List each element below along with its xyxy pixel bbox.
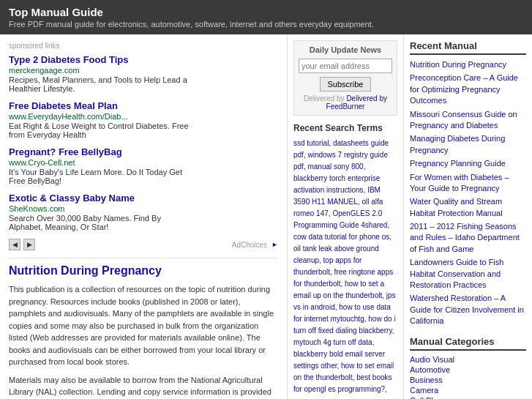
recent-manual-link[interactable]: Preconception Care – A Guide for Optimiz… [410,72,526,106]
ad-navigation: ◀ ▶ AdChoices ► [9,239,278,250]
search-term-link[interactable]: mytouch 4g turn off data [293,338,372,346]
article-1-body2: Materials may also be available to borro… [9,374,278,400]
manual-categories-section: Manual Categories Audio VisualAutomotive… [410,336,526,399]
recent-manual-section: Recent Manual Nutrition During Pregnancy… [410,40,526,327]
recent-manual-link[interactable]: Nutrition During Pregnancy [410,59,526,70]
site-header: Top Manual Guide Free PDF manual guide f… [0,0,532,34]
categories-list: Audio VisualAutomotiveBusinessCameraCell… [410,355,526,399]
category-link[interactable]: Camera [410,386,526,395]
category-link[interactable]: Automotive [410,365,526,374]
ad-1-title[interactable]: Type 2 Diabetes Food Tips [9,54,278,65]
ad-3-title[interactable]: Pregnant? Free BellyBag [9,146,278,157]
article-1-body1: This publication is a collection of reso… [9,283,278,368]
category-link[interactable]: Business [410,376,526,384]
ad-prev-button[interactable]: ◀ [9,239,20,250]
ad-4-desc1: Search Over 30,000 Baby Names. Find By [9,214,278,223]
ad-block-4: Exotic & Classy Baby Name SheKnows.com S… [9,193,278,231]
ad-1-desc1: Recipes, Meal Planners, and Tools to Hel… [9,75,278,84]
ad-block-1: Type 2 Diabetes Food Tips merckengaage.c… [9,54,278,93]
ad-1-url: merckengaage.com [9,66,80,75]
ad-block-3: Pregnant? Free BellyBag www.Cryo-Cell.ne… [9,146,278,185]
recent-manual-link[interactable]: Water Quality and Stream Habitat Protect… [410,196,526,219]
email-input[interactable] [299,59,392,73]
right-sidebar: Recent Manual Nutrition During Pregnancy… [404,34,532,399]
ad-2-url: www.EverydayHealth.com/Diab... [9,112,128,121]
newsletter-box: Daily Update News Subscribe Delivered by… [293,40,397,116]
subscribe-button[interactable]: Subscribe [320,77,372,92]
ad-2-desc2: from Everyday Health [9,130,278,139]
manual-categories-title: Manual Categories [410,336,526,351]
ad-4-url: SheKnows.com [9,204,64,213]
recent-manual-link[interactable]: 2011 – 2012 Fishing Seasons and Rules – … [410,221,526,255]
search-term-link[interactable]: manual sony 800 [307,163,363,171]
article-1-title: Nutrition During Pregnancy [9,264,278,277]
recent-search-section: Recent Search Terms ssd tutorial, datash… [293,123,397,395]
ad-next-button[interactable]: ▶ [23,239,35,250]
delivered-by: Delivered by Delivered by FeedBurner [299,94,392,111]
recent-manual-link[interactable]: Watershed Restoration – A Guide for Citi… [410,293,526,327]
search-terms-list: ssd tutorial, datasheets guide pdf, wind… [293,138,397,395]
recent-manual-link[interactable]: Landowners Guide to Fish Habitat Conserv… [410,257,526,291]
recent-manual-title: Recent Manual [410,40,526,55]
sponsored-label: sponsored links [9,42,278,50]
newsletter-title: Daily Update News [299,45,392,54]
category-link[interactable]: Audio Visual [410,355,526,364]
site-title: Top Manual Guide [9,6,523,18]
main-content: sponsored links Type 2 Diabetes Food Tip… [0,34,287,399]
recent-manuals-list: Nutrition During PregnancyPreconception … [410,59,526,327]
ad-4-desc2: Alphabet, Meaning, Or Star! [9,223,278,231]
article-nutrition: Nutrition During Pregnancy This publicat… [9,258,278,399]
search-term-link[interactable]: cow data tutorial for phone os [293,233,389,241]
recent-manual-link[interactable]: Missouri Consensus Guide on Pregnancy an… [410,109,526,132]
search-term-link[interactable]: ssd tutorial [293,139,329,147]
category-link[interactable]: Cell Phone [410,396,526,399]
ad-3-desc2: Free BellyBag! [9,176,278,185]
ad-3-url: www.Cryo-Cell.net [9,158,75,167]
ad-4-title[interactable]: Exotic & Classy Baby Name [9,193,278,204]
recent-manual-link[interactable]: For Women with Diabetes – Your Guide to … [410,172,526,195]
recent-manual-link[interactable]: Managing Diabetes During Pregnancy [410,133,526,156]
ad-2-desc1: Eat Right & Lose Weight to Control Diabe… [9,122,278,130]
adchoices-icon: ► [271,241,278,248]
recent-search-title: Recent Search Terms [293,123,397,133]
center-column: Daily Update News Subscribe Delivered by… [287,34,404,399]
ad-2-title[interactable]: Free Diabetes Meal Plan [9,100,278,111]
ad-block-2: Free Diabetes Meal Plan www.EverydayHeal… [9,100,278,139]
ad-3-desc1: It's Your Baby's Life Learn More. Do It … [9,168,278,176]
ad-1-desc2: Healthier Lifestyle. [9,84,278,93]
adchoices-label: AdChoices [232,241,267,249]
site-subtitle: Free PDF manual guide for electronics, a… [9,20,523,29]
recent-manual-link[interactable]: Pregnancy Planning Guide [410,158,526,169]
